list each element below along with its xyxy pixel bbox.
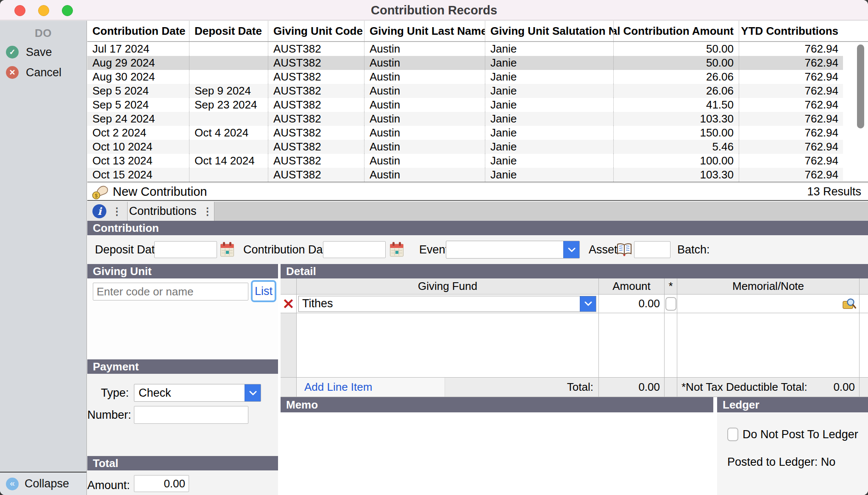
table-cell[interactable]: AUST382: [268, 126, 364, 140]
asset-input[interactable]: [634, 241, 670, 258]
table-cell[interactable]: AUST382: [268, 42, 364, 56]
grid-header-amount[interactable]: Amount: [599, 278, 665, 295]
table-scrollbar-thumb[interactable]: [857, 44, 864, 128]
table-cell[interactable]: Austin: [364, 70, 485, 84]
table-cell[interactable]: Janie: [485, 112, 613, 126]
tab-options-icon[interactable]: ⋮: [112, 206, 122, 217]
table-cell[interactable]: Sep 5 2024: [87, 98, 189, 112]
table-cell[interactable]: 762.94: [739, 56, 843, 70]
column-header[interactable]: Deposit Date: [189, 21, 268, 41]
table-cell[interactable]: Janie: [485, 98, 613, 112]
table-cell[interactable]: [189, 56, 268, 70]
table-cell[interactable]: 762.94: [739, 42, 843, 56]
new-contribution-button[interactable]: $ New Contribution: [92, 184, 207, 200]
save-button[interactable]: ✓ Save: [0, 43, 86, 61]
table-row[interactable]: Aug 29 2024AUST382AustinJanie50.00762.94: [87, 56, 868, 70]
table-cell[interactable]: 41.50: [613, 98, 739, 112]
table-row[interactable]: Oct 10 2024AUST382AustinJanie5.46762.94: [87, 140, 868, 154]
table-cell[interactable]: Janie: [485, 42, 613, 56]
table-cell[interactable]: AUST382: [268, 56, 364, 70]
table-cell[interactable]: 150.00: [613, 126, 739, 140]
table-cell[interactable]: [189, 140, 268, 154]
contribution-date-input[interactable]: [323, 241, 386, 258]
event-dropdown[interactable]: [446, 241, 580, 259]
giving-fund-chevron-down-icon[interactable]: [580, 296, 596, 311]
table-cell[interactable]: Austin: [364, 56, 485, 70]
table-cell[interactable]: Austin: [364, 42, 485, 56]
tab-contributions[interactable]: Contributions ⋮: [128, 202, 214, 221]
table-row[interactable]: Sep 5 2024Sep 23 2024AUST382AustinJanie4…: [87, 98, 868, 112]
table-cell[interactable]: 762.94: [739, 84, 843, 98]
table-cell[interactable]: Oct 4 2024: [189, 126, 268, 140]
table-cell[interactable]: Janie: [485, 126, 613, 140]
table-cell[interactable]: 26.06: [613, 84, 739, 98]
table-cell[interactable]: Janie: [485, 154, 613, 168]
cancel-button[interactable]: ✕ Cancel: [0, 63, 86, 82]
info-tab[interactable]: i ⋮: [87, 202, 128, 221]
table-cell[interactable]: 50.00: [613, 42, 739, 56]
payment-type-dropdown[interactable]: Check: [134, 384, 261, 402]
table-cell[interactable]: Janie: [485, 168, 613, 182]
ntd-checkbox[interactable]: [665, 297, 676, 311]
table-cell[interactable]: Sep 5 2024: [87, 84, 189, 98]
table-cell[interactable]: Aug 29 2024: [87, 56, 189, 70]
table-cell[interactable]: 762.94: [739, 70, 843, 84]
table-cell[interactable]: [189, 112, 268, 126]
event-chevron-down-icon[interactable]: [563, 241, 579, 258]
grid-header-ntd[interactable]: *: [665, 278, 677, 295]
giving-unit-list-button[interactable]: List: [251, 280, 276, 302]
table-cell[interactable]: 26.06: [613, 70, 739, 84]
deposit-date-calendar-icon[interactable]: [220, 241, 235, 257]
table-cell[interactable]: Austin: [364, 112, 485, 126]
table-row[interactable]: Sep 5 2024Sep 9 2024AUST382AustinJanie26…: [87, 84, 868, 98]
table-cell[interactable]: Oct 15 2024: [87, 168, 189, 182]
table-cell[interactable]: Oct 10 2024: [87, 140, 189, 154]
asset-book-icon[interactable]: [616, 242, 632, 258]
table-cell[interactable]: 103.30: [613, 168, 739, 182]
table-cell[interactable]: AUST382: [268, 112, 364, 126]
giving-unit-search-input[interactable]: [93, 283, 248, 300]
table-cell[interactable]: Sep 24 2024: [87, 112, 189, 126]
table-row[interactable]: Jul 17 2024AUST382AustinJanie50.00762.94: [87, 42, 868, 56]
table-cell[interactable]: Janie: [485, 84, 613, 98]
table-cell[interactable]: Oct 13 2024: [87, 154, 189, 168]
grid-header-giving-fund[interactable]: Giving Fund: [297, 278, 599, 295]
column-header[interactable]: Giving Unit Code: [268, 21, 364, 41]
table-cell[interactable]: Janie: [485, 56, 613, 70]
table-cell[interactable]: Jul 17 2024: [87, 42, 189, 56]
tab-options-icon[interactable]: ⋮: [203, 206, 213, 217]
do-not-post-checkbox[interactable]: [727, 428, 738, 441]
table-row[interactable]: Oct 15 2024AUST382AustinJanie103.30762.9…: [87, 168, 868, 182]
table-cell[interactable]: Austin: [364, 140, 485, 154]
delete-x-icon[interactable]: ✕: [281, 297, 296, 311]
table-row[interactable]: Sep 24 2024AUST382AustinJanie103.30762.9…: [87, 112, 868, 126]
table-cell[interactable]: Sep 9 2024: [189, 84, 268, 98]
table-scrollbar-track[interactable]: [843, 42, 868, 181]
info-icon[interactable]: i: [92, 204, 106, 218]
table-cell[interactable]: 103.30: [613, 112, 739, 126]
memo-textarea[interactable]: [281, 412, 713, 495]
table-cell[interactable]: Austin: [364, 98, 485, 112]
table-cell[interactable]: AUST382: [268, 154, 364, 168]
table-cell[interactable]: 762.94: [739, 112, 843, 126]
column-header[interactable]: YTD Contributions: [739, 21, 843, 41]
total-amount-input[interactable]: [134, 475, 189, 492]
table-cell[interactable]: Oct 14 2024: [189, 154, 268, 168]
delete-line-item-button[interactable]: ✕: [281, 295, 297, 313]
table-cell[interactable]: AUST382: [268, 70, 364, 84]
table-cell[interactable]: Aug 30 2024: [87, 70, 189, 84]
table-cell[interactable]: Austin: [364, 168, 485, 182]
line-amount-cell[interactable]: 0.00: [599, 295, 665, 313]
table-cell[interactable]: [189, 42, 268, 56]
column-header[interactable]: Giving Unit Salutation Name: [485, 21, 613, 41]
table-cell[interactable]: AUST382: [268, 168, 364, 182]
table-cell[interactable]: 5.46: [613, 140, 739, 154]
payment-number-input[interactable]: [134, 406, 248, 424]
giving-fund-dropdown[interactable]: Tithes: [298, 296, 596, 312]
table-cell[interactable]: AUST382: [268, 84, 364, 98]
table-cell[interactable]: 762.94: [739, 98, 843, 112]
column-header[interactable]: Giving Unit Last Name: [364, 21, 485, 41]
table-cell[interactable]: Austin: [364, 84, 485, 98]
table-cell[interactable]: 762.94: [739, 126, 843, 140]
deposit-date-input[interactable]: [154, 241, 217, 258]
